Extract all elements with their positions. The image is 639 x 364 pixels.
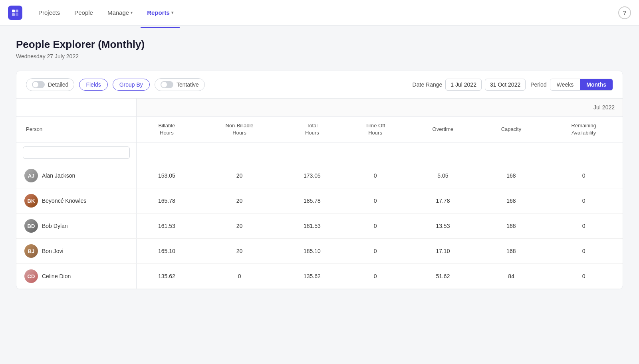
col-time-off-hours: Time OffHours xyxy=(342,117,408,142)
table-row: AJ Alan Jackson 153.0520173.0505.051680 xyxy=(16,163,623,188)
data-cell: 173.05 xyxy=(282,163,342,188)
col-remaining-availability: RemainingAvailability xyxy=(545,117,623,142)
data-cell: 168 xyxy=(478,163,545,188)
data-cell: 0 xyxy=(342,214,408,239)
fields-button[interactable]: Fields xyxy=(79,79,107,91)
data-cell: 168 xyxy=(478,188,545,214)
col-overtime: Overtime xyxy=(408,117,477,142)
person-search-input[interactable] xyxy=(23,146,130,159)
data-cell: 135.62 xyxy=(282,264,342,289)
data-cell: 168 xyxy=(478,214,545,239)
svg-rect-0 xyxy=(12,10,15,12)
period-label: Period xyxy=(530,81,546,88)
group-by-button[interactable]: Group By xyxy=(113,79,150,91)
table-row: BD Bob Dylan 161.5320181.53013.531680 xyxy=(16,214,623,239)
data-cell: 161.53 xyxy=(136,214,197,239)
nav-links: Projects People Manage ▾ Reports ▾ xyxy=(32,6,615,19)
search-row xyxy=(16,142,623,163)
detailed-switch[interactable] xyxy=(32,81,45,88)
svg-rect-2 xyxy=(12,13,15,16)
tentative-label: Tentative xyxy=(177,81,199,88)
data-cell: 5.05 xyxy=(408,163,477,188)
data-cell: 20 xyxy=(197,214,282,239)
person-name: Bob Dylan xyxy=(42,223,68,229)
date-to-input[interactable]: 31 Oct 2022 xyxy=(485,79,526,91)
page-subtitle: Wednesday 27 July 2022 xyxy=(16,53,623,59)
table-row: CD Celine Dion 135.620135.62051.62840 xyxy=(16,264,623,289)
table-wrapper: Jul 2022 Person BillableHours Non-Billab… xyxy=(16,99,623,289)
data-cell: 84 xyxy=(478,264,545,289)
month-header-row: Jul 2022 xyxy=(16,99,623,117)
col-person: Person xyxy=(16,117,136,142)
data-cell: 185.78 xyxy=(282,188,342,214)
person-name: Beyoncé Knowles xyxy=(42,198,86,204)
person-cell: CD Celine Dion xyxy=(16,264,136,289)
reports-chevron-icon: ▾ xyxy=(171,10,173,15)
data-cell: 17.10 xyxy=(408,239,477,264)
col-non-billable-hours: Non-BillableHours xyxy=(197,117,282,142)
data-cell: 51.62 xyxy=(408,264,477,289)
detailed-label: Detailed xyxy=(48,81,68,88)
month-spacer xyxy=(16,99,136,117)
table-row: BJ Bon Jovi 165.1020185.10017.101680 xyxy=(16,239,623,264)
person-cell: BJ Bon Jovi xyxy=(16,239,136,264)
help-button[interactable]: ? xyxy=(618,6,631,19)
period-toggle: Weeks Months xyxy=(550,79,613,91)
avatar: BJ xyxy=(24,244,38,258)
search-cell xyxy=(16,142,136,163)
app-logo[interactable] xyxy=(8,6,22,20)
nav-projects[interactable]: Projects xyxy=(32,6,66,19)
data-cell: 135.62 xyxy=(136,264,197,289)
person-name: Bon Jovi xyxy=(42,248,64,254)
data-cell: 165.10 xyxy=(136,239,197,264)
tentative-toggle[interactable]: Tentative xyxy=(155,78,205,91)
data-cell: 181.53 xyxy=(282,214,342,239)
tentative-switch[interactable] xyxy=(161,81,173,88)
date-from-input[interactable]: 1 Jul 2022 xyxy=(445,79,482,91)
col-capacity: Capacity xyxy=(478,117,545,142)
data-cell: 168 xyxy=(478,239,545,264)
months-button[interactable]: Months xyxy=(580,79,613,90)
data-cell: 0 xyxy=(342,264,408,289)
date-range-label: Date Range xyxy=(413,81,443,88)
data-cell: 20 xyxy=(197,188,282,214)
avatar: AJ xyxy=(24,169,38,182)
period-section: Period Weeks Months xyxy=(530,79,613,91)
data-cell: 0 xyxy=(342,188,408,214)
help-icon: ? xyxy=(623,10,627,16)
detailed-toggle[interactable]: Detailed xyxy=(26,78,74,91)
date-range-section: Date Range 1 Jul 2022 31 Oct 2022 xyxy=(413,79,526,91)
data-cell: 20 xyxy=(197,239,282,264)
data-cell: 0 xyxy=(342,163,408,188)
page-title: People Explorer (Monthly) xyxy=(16,38,623,51)
data-cell: 0 xyxy=(545,239,623,264)
data-cell: 0 xyxy=(545,188,623,214)
avatar: BD xyxy=(24,219,38,233)
person-name: Alan Jackson xyxy=(42,172,75,179)
nav-people[interactable]: People xyxy=(68,6,99,19)
filter-bar: Detailed Fields Group By Tentative Date … xyxy=(16,71,623,99)
data-cell: 0 xyxy=(197,264,282,289)
page-content: People Explorer (Monthly) Wednesday 27 J… xyxy=(0,26,639,302)
weeks-button[interactable]: Weeks xyxy=(550,79,580,90)
avatar: CD xyxy=(24,269,38,283)
nav-reports[interactable]: Reports ▾ xyxy=(141,6,180,19)
col-total-hours: TotalHours xyxy=(282,117,342,142)
month-header-cell: Jul 2022 xyxy=(136,99,623,117)
col-header-row: Person BillableHours Non-BillableHours T… xyxy=(16,117,623,142)
nav-manage[interactable]: Manage ▾ xyxy=(101,6,139,19)
svg-rect-3 xyxy=(16,13,18,16)
data-cell: 17.78 xyxy=(408,188,477,214)
people-table: Jul 2022 Person BillableHours Non-Billab… xyxy=(16,99,623,289)
person-cell: BK Beyoncé Knowles xyxy=(16,188,136,214)
data-cell: 165.78 xyxy=(136,188,197,214)
table-row: BK Beyoncé Knowles 165.7820185.78017.781… xyxy=(16,188,623,214)
data-cell: 185.10 xyxy=(282,239,342,264)
avatar: BK xyxy=(24,194,38,208)
person-cell: AJ Alan Jackson xyxy=(16,163,136,188)
nav-projects-label: Projects xyxy=(38,9,60,16)
manage-chevron-icon: ▾ xyxy=(131,10,133,15)
svg-rect-1 xyxy=(16,10,18,12)
nav-reports-label: Reports xyxy=(147,9,170,16)
col-billable-hours: BillableHours xyxy=(136,117,197,142)
